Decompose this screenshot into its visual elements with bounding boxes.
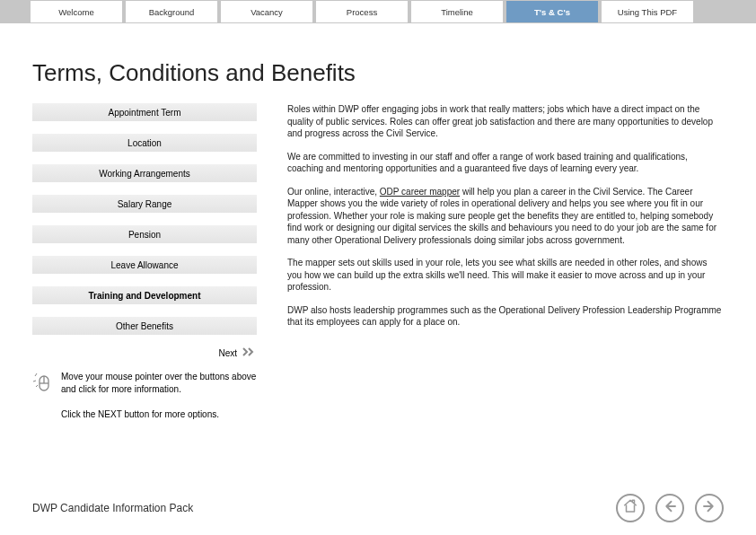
mouse-click-icon [32,371,52,398]
arrow-right-icon [701,498,717,518]
tab-ts-and-cs[interactable]: T's & C's [506,1,598,22]
next-label: Next [218,348,237,358]
home-icon [622,498,638,518]
hint-text-2: Click the NEXT button for more options. [32,408,257,421]
tab-welcome[interactable]: Welcome [31,1,122,22]
paragraph-3: Our online, interactive, ODP career mapp… [287,186,724,247]
hint-text-1: Move your mouse pointer over the buttons… [61,371,257,398]
section-appointment-term[interactable]: Appointment Term [32,103,257,121]
paragraph-5: DWP also hosts leadership programmes suc… [287,304,724,329]
section-salary-range[interactable]: Salary Range [32,195,257,213]
section-location[interactable]: Location [32,134,257,152]
odp-career-mapper-link[interactable]: ODP career mapper [380,187,460,197]
tab-vacancy[interactable]: Vacancy [221,1,312,22]
home-button[interactable] [616,494,645,522]
body-text: Roles within DWP offer engaging jobs in … [287,103,724,420]
tab-process[interactable]: Process [316,1,408,22]
next-page-button[interactable] [695,494,724,522]
footer-text: DWP Candidate Information Pack [32,502,193,514]
prev-button[interactable] [655,494,684,522]
section-list: Appointment Term Location Working Arrang… [32,103,257,420]
tab-using-this-pdf[interactable]: Using This PDF [602,1,693,22]
tab-background[interactable]: Background [126,1,217,22]
paragraph-4: The mapper sets out skills used in your … [287,257,724,294]
tab-timeline[interactable]: Timeline [411,1,503,22]
next-button[interactable]: Next [32,347,257,358]
section-pension[interactable]: Pension [32,225,257,243]
hint-mouse: Move your mouse pointer over the buttons… [32,371,257,398]
tab-bar: Welcome Background Vacancy Process Timel… [0,0,756,23]
section-other-benefits[interactable]: Other Benefits [32,317,257,335]
section-working-arrangements[interactable]: Working Arrangements [32,164,257,182]
arrow-left-icon [662,498,678,518]
section-training-and-development[interactable]: Training and Development [32,286,257,304]
section-leave-allowance[interactable]: Leave Allowance [32,256,257,274]
page-title: Terms, Conditions and Benefits [32,59,724,87]
chevrons-right-icon [242,347,257,358]
paragraph-1: Roles within DWP offer engaging jobs in … [287,103,724,140]
paragraph-2: We are committed to investing in our sta… [287,151,724,175]
